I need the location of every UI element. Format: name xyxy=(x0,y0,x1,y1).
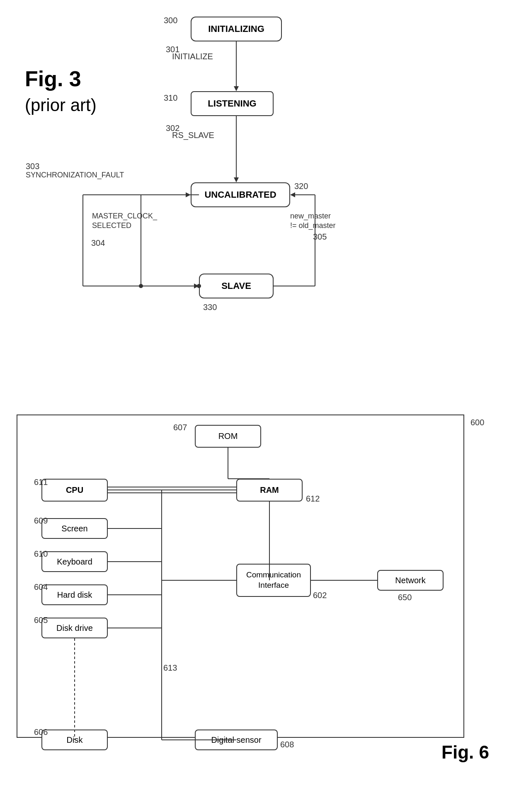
ref-305: 305 xyxy=(313,232,327,242)
slave-box: SLAVE xyxy=(199,274,274,298)
svg-marker-3 xyxy=(234,177,239,182)
digitalsensor-box: Digital sensor xyxy=(195,730,278,750)
master-clock-label: MASTER_CLOCK_SELECTED xyxy=(92,211,157,231)
svg-marker-7 xyxy=(194,284,199,288)
page: Fig. 3 (prior art) INITIALIZING 300 LIST… xyxy=(0,0,514,812)
new-master-label: new_master!= old_master xyxy=(290,211,336,231)
initializing-box: INITIALIZING xyxy=(191,17,282,41)
keyboard-box: Keyboard xyxy=(41,551,108,572)
svg-marker-16 xyxy=(186,192,191,197)
network-box: Network xyxy=(377,570,444,591)
ref-605: 605 xyxy=(34,616,48,625)
svg-marker-1 xyxy=(234,86,239,91)
ref-612: 612 xyxy=(306,494,320,504)
fig3-subtitle: (prior art) xyxy=(25,95,97,115)
screen-box: Screen xyxy=(41,518,108,539)
rs-slave-label: RS_SLAVE xyxy=(172,131,214,140)
fig6-title: Fig. 6 xyxy=(441,742,489,763)
ref-300: 300 xyxy=(164,16,177,25)
fig3-title: Fig. 3 xyxy=(25,66,81,91)
svg-marker-12 xyxy=(290,192,295,197)
ref-310: 310 xyxy=(164,93,177,103)
sync-fault-label: SYNCHRONIZATION_FAULT xyxy=(26,171,124,179)
ref-608: 608 xyxy=(280,740,294,749)
ref-610: 610 xyxy=(34,549,48,559)
ref-320: 320 xyxy=(294,182,308,191)
ref-650: 650 xyxy=(398,593,412,602)
cpu-box: CPU xyxy=(41,479,108,502)
ref-330: 330 xyxy=(203,303,217,312)
fig6-diagram: 600 Fig. 6 ROM 607 CPU 611 RAM 612 Scree… xyxy=(17,398,497,771)
diskdrive-box: Disk drive xyxy=(41,618,108,638)
fig3-diagram: Fig. 3 (prior art) INITIALIZING 300 LIST… xyxy=(0,8,514,373)
disk-box: Disk xyxy=(41,730,108,750)
commif-box: Communication Interface xyxy=(236,564,311,597)
ref-606: 606 xyxy=(34,727,48,737)
ram-box: RAM xyxy=(236,479,303,502)
listening-box: LISTENING xyxy=(191,91,274,116)
ref-604: 604 xyxy=(34,582,48,592)
ref-611: 611 xyxy=(34,478,48,487)
init-label: INITIALIZE xyxy=(172,52,213,61)
svg-point-17 xyxy=(139,284,143,288)
ref-602: 602 xyxy=(313,591,327,600)
ref-303: 303 xyxy=(26,162,39,171)
ref-304: 304 xyxy=(91,238,105,248)
uncalibrated-box: UNCALIBRATED xyxy=(191,182,290,207)
ref-613: 613 xyxy=(163,663,177,673)
rom-box: ROM xyxy=(195,425,261,448)
ref-609: 609 xyxy=(34,516,48,526)
ref-600: 600 xyxy=(470,418,484,427)
harddisk-box: Hard disk xyxy=(41,584,108,605)
ref-607: 607 xyxy=(173,423,187,432)
